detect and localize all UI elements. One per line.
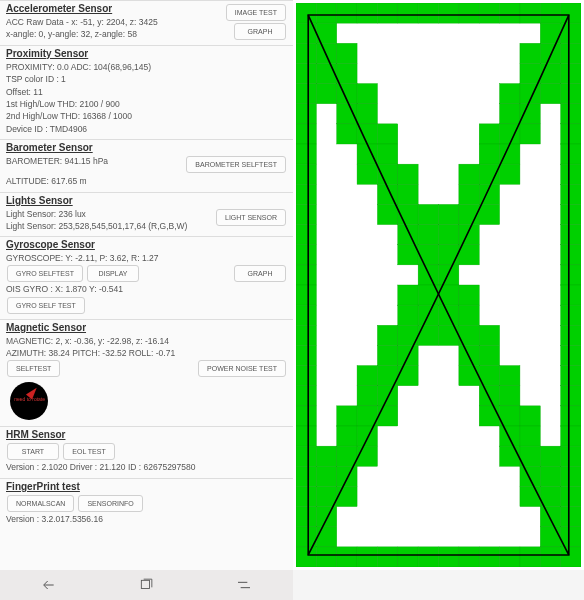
svg-rect-115: [561, 325, 581, 345]
fp-version: Version : 3.2.017.5356.16: [6, 513, 287, 525]
hrm-eol-button[interactable]: EOL Test: [63, 443, 115, 460]
svg-rect-180: [337, 547, 357, 567]
svg-rect-145: [337, 426, 357, 446]
svg-rect-107: [561, 305, 581, 325]
svg-rect-133: [479, 386, 499, 406]
touch-test-panel[interactable]: [293, 0, 584, 570]
svg-rect-139: [377, 406, 397, 426]
home-icon[interactable]: [234, 575, 254, 595]
svg-rect-91: [561, 245, 581, 265]
accel-title: Accelerometer Sensor: [6, 3, 225, 14]
light-lux: Light Sensor: 236 lux: [6, 208, 215, 220]
svg-rect-106: [459, 305, 479, 325]
prox-offset: Offset: 11: [6, 86, 287, 98]
baro-selftest-button[interactable]: Barometer Selftest: [186, 156, 286, 173]
svg-rect-61: [398, 164, 418, 184]
svg-rect-87: [398, 245, 418, 265]
gyro-selftest-button[interactable]: Gyro Selftest: [7, 265, 83, 282]
svg-rect-146: [357, 426, 377, 446]
svg-rect-188: [500, 547, 520, 567]
light-sensor-button[interactable]: Light Sensor: [216, 209, 286, 226]
svg-rect-6: [418, 3, 438, 23]
svg-rect-89: [439, 245, 459, 265]
svg-rect-182: [377, 547, 397, 567]
light-title: Lights Sensor: [6, 195, 287, 206]
svg-rect-57: [561, 144, 581, 164]
svg-rect-167: [520, 486, 540, 506]
gyro-display-button[interactable]: Display: [87, 265, 139, 282]
svg-rect-154: [500, 446, 520, 466]
svg-rect-79: [561, 204, 581, 224]
svg-rect-176: [540, 527, 560, 547]
svg-rect-72: [296, 204, 316, 224]
prox-title: Proximity Sensor: [6, 48, 287, 59]
svg-rect-54: [377, 144, 397, 164]
svg-rect-191: [561, 547, 581, 567]
svg-rect-94: [439, 265, 459, 285]
gyro-graph-button[interactable]: Graph: [234, 265, 286, 282]
svg-rect-109: [377, 325, 397, 345]
svg-rect-52: [296, 144, 316, 164]
svg-rect-125: [398, 366, 418, 386]
light-rgbw: Light Sensor: 253,528,545,501,17,64 (R,G…: [6, 220, 215, 232]
touch-test-canvas[interactable]: [296, 3, 581, 567]
svg-rect-82: [418, 225, 438, 245]
baro-section: Barometer Sensor BAROMETER: 941.15 hPa A…: [0, 139, 293, 192]
svg-rect-80: [296, 225, 316, 245]
svg-rect-187: [479, 547, 499, 567]
light-section: Lights Sensor Light Sensor: 236 lux Ligh…: [0, 192, 293, 237]
svg-rect-69: [459, 184, 479, 204]
svg-rect-44: [296, 124, 316, 144]
svg-rect-144: [296, 426, 316, 446]
svg-rect-169: [561, 486, 581, 506]
svg-rect-59: [357, 164, 377, 184]
svg-rect-166: [337, 486, 357, 506]
baro-alt: ALTITUDE: 617.65 m: [6, 175, 185, 187]
mag-selftest-button[interactable]: Selftest: [7, 360, 60, 377]
svg-rect-160: [337, 466, 357, 486]
accel-graph-button[interactable]: Graph: [234, 23, 286, 40]
svg-rect-189: [520, 547, 540, 567]
svg-rect-19: [316, 43, 336, 63]
svg-rect-122: [296, 366, 316, 386]
svg-rect-49: [500, 124, 520, 144]
svg-rect-25: [316, 63, 336, 83]
image-test-button[interactable]: Image Test: [226, 4, 286, 21]
svg-rect-142: [520, 406, 540, 426]
svg-rect-51: [561, 124, 581, 144]
svg-rect-65: [561, 164, 581, 184]
svg-rect-179: [316, 547, 336, 567]
svg-rect-97: [398, 285, 418, 305]
back-icon[interactable]: [39, 575, 59, 595]
svg-rect-108: [296, 325, 316, 345]
svg-rect-92: [296, 265, 316, 285]
svg-rect-190: [540, 547, 560, 567]
fp-normalscan-button[interactable]: Normalscan: [7, 495, 74, 512]
hrm-start-button[interactable]: Start: [7, 443, 59, 460]
svg-rect-5: [398, 3, 418, 23]
accel-section: Accelerometer Sensor ACC Raw Data - x: -…: [0, 0, 293, 45]
svg-rect-93: [418, 265, 438, 285]
hrm-version: Version : 2.1020 Driver : 21.120 ID : 62…: [6, 461, 287, 473]
compass-label: need to rotate: [14, 396, 45, 402]
svg-rect-175: [316, 527, 336, 547]
svg-rect-90: [459, 245, 479, 265]
svg-rect-81: [398, 225, 418, 245]
mag-power-noise-button[interactable]: Power Noise Test: [198, 360, 286, 377]
svg-rect-121: [561, 345, 581, 365]
svg-rect-28: [540, 63, 560, 83]
svg-rect-100: [459, 285, 479, 305]
svg-rect-149: [561, 426, 581, 446]
svg-rect-183: [398, 547, 418, 567]
prox-thd1: 1st High/Low THD: 2100 / 900: [6, 98, 287, 110]
svg-rect-114: [479, 325, 499, 345]
gyro-ois-selftest-button[interactable]: Gyro Self Test: [7, 297, 85, 314]
svg-rect-21: [520, 43, 540, 63]
svg-rect-31: [316, 84, 336, 104]
mag-data: MAGNETIC: 2, x: -0.36, y: -22.98, z: -16…: [6, 335, 287, 347]
svg-rect-163: [561, 466, 581, 486]
fp-sensorinfo-button[interactable]: Sensorinfo: [78, 495, 142, 512]
svg-rect-48: [479, 124, 499, 144]
svg-rect-8: [459, 3, 479, 23]
recent-apps-icon[interactable]: [136, 575, 156, 595]
